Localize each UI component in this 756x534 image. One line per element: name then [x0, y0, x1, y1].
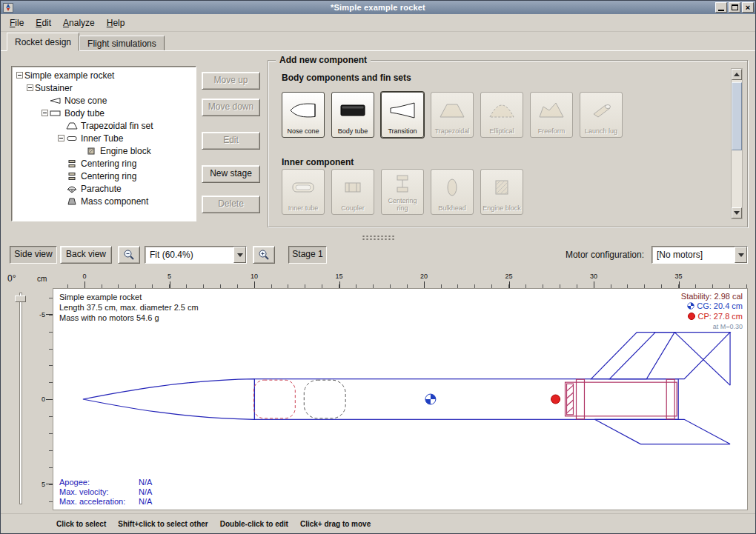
zoom-out-button[interactable] [118, 246, 140, 264]
add-inner-tube-button[interactable]: Inner tube [282, 169, 325, 215]
centering-ring-front-outline[interactable] [576, 379, 584, 419]
minimize-button[interactable] [715, 2, 727, 13]
fin-bottom-outline[interactable] [594, 419, 730, 444]
tree-item-rocket[interactable]: Simple example rocket [12, 69, 196, 81]
add-body-tube-label: Body tube [338, 127, 368, 135]
add-trapezoidal-fin-button[interactable]: Trapezoidal [431, 92, 474, 138]
stage-1-toggle[interactable]: Stage 1 [288, 246, 327, 264]
titlebar[interactable]: *Simple example rocket × [1, 1, 755, 14]
max-velocity-label: Max. velocity: [59, 487, 139, 497]
tab-flight-simulations[interactable]: Flight simulations [79, 36, 165, 51]
tree-expander-icon[interactable] [27, 84, 33, 91]
back-view-button[interactable]: Back view [60, 246, 112, 264]
max-acceleration-label: Max. acceleration: [59, 497, 139, 507]
scroll-up-button[interactable] [732, 69, 742, 80]
zoom-level-select[interactable]: Fit (60.4%) [145, 246, 247, 264]
inner-tube-icon [66, 134, 78, 143]
motor-configuration-select[interactable]: [No motors] [651, 246, 748, 264]
add-centering-ring-button[interactable]: Centering ring [381, 169, 424, 215]
tree-item-fin-set[interactable]: Trapezoidal fin set [12, 119, 196, 132]
mass-component-outline[interactable] [304, 380, 345, 418]
menu-edit[interactable]: Edit [30, 16, 57, 30]
delete-button[interactable]: Delete [202, 196, 260, 213]
move-down-button[interactable]: Move down [202, 99, 260, 116]
tree-item-centering-ring-2[interactable]: Centering ring [12, 170, 196, 182]
motor-configuration-dropdown-button[interactable] [735, 247, 747, 263]
expander-slot [15, 72, 24, 79]
tree-item-label: Inner Tube [81, 133, 123, 144]
apogee-label: Apogee: [59, 478, 139, 487]
tree-expander-icon[interactable] [16, 72, 23, 79]
body-tube-shape-icon [338, 93, 368, 127]
cg-marker[interactable] [425, 394, 436, 404]
tree-item-engine-block[interactable]: Engine block [12, 144, 196, 157]
rotation-slider-track[interactable] [19, 293, 22, 504]
menu-file[interactable]: File [4, 16, 30, 30]
tab-rocket-design[interactable]: Rocket design [7, 33, 79, 51]
view-toolbar: Side view Back view Fit (60.4%) Stage 1 … [1, 241, 755, 269]
rocket-info-dimensions: Length 37.5 cm, max. diameter 2.5 cm [59, 302, 199, 313]
fin-projected-outline[interactable] [609, 333, 730, 379]
mach-condition: at M=0.30 [681, 322, 743, 332]
close-icon: × [746, 4, 750, 11]
add-coupler-button[interactable]: Coupler [331, 169, 374, 215]
hint-click-drag: Click+ drag to move [300, 520, 371, 528]
edit-button[interactable]: Edit [202, 132, 260, 150]
freeform-fin-shape-icon [537, 93, 566, 127]
body-tube-icon [50, 109, 62, 118]
zoom-in-button[interactable] [253, 246, 275, 264]
scroll-down-button[interactable] [732, 207, 742, 218]
component-tree[interactable]: Simple example rocket Sustainer Nose con… [11, 66, 196, 221]
component-panel-scrollbar[interactable] [731, 68, 743, 219]
fin-set-icon [66, 121, 78, 130]
parachute-outline[interactable] [253, 380, 295, 418]
inner-tube-outline[interactable] [566, 382, 677, 416]
close-button[interactable]: × [742, 2, 754, 13]
add-coupler-label: Coupler [341, 204, 365, 212]
add-transition-button[interactable]: Transition [381, 92, 424, 138]
cp-marker[interactable] [551, 395, 560, 404]
move-up-button[interactable]: Move up [202, 72, 260, 90]
add-bulkhead-button[interactable]: Bulkhead [431, 169, 474, 215]
body-components-row: Nose cone Body tube Transition Trapezoid… [282, 92, 623, 138]
maximize-button[interactable] [729, 2, 740, 13]
side-view-button[interactable]: Side view [10, 246, 57, 264]
tree-item-parachute[interactable]: Parachute [12, 182, 196, 195]
rotation-angle-label: 0° [7, 273, 16, 284]
add-nose-cone-button[interactable]: Nose cone [282, 92, 325, 138]
tree-item-inner-tube[interactable]: Inner Tube [12, 132, 196, 144]
tree-item-nose-cone[interactable]: Nose cone [12, 94, 196, 107]
engine-block-hatch [567, 385, 574, 413]
tree-item-label: Nose cone [64, 96, 107, 106]
tab-strip: Rocket design Flight simulations [1, 32, 755, 51]
add-freeform-fin-button[interactable]: Freeform [530, 92, 573, 138]
zoom-level-dropdown-button[interactable] [233, 247, 246, 263]
rotation-slider-handle[interactable] [15, 296, 26, 302]
body-tube-outline[interactable] [254, 379, 678, 420]
nose-cone-outline[interactable] [83, 379, 255, 420]
centering-ring-aft-outline[interactable] [666, 379, 674, 419]
transition-shape-icon [388, 93, 417, 127]
menu-analyze[interactable]: Analyze [57, 16, 101, 30]
menu-help[interactable]: Help [101, 16, 131, 30]
expander-slot [56, 135, 66, 141]
design-panel: Simple example rocket Sustainer Nose con… [1, 51, 755, 233]
tree-expander-icon[interactable] [42, 110, 48, 116]
v-ruler-tick: 5 [42, 481, 45, 488]
scrollbar-thumb[interactable] [732, 82, 742, 150]
new-stage-button[interactable]: New stage [202, 165, 260, 183]
rocket-canvas[interactable]: Simple example rocket Length 37.5 cm, ma… [53, 288, 748, 510]
tree-item-mass-component[interactable]: Mass component [12, 195, 196, 207]
splitter-handle[interactable] [1, 233, 755, 241]
tree-item-sustainer[interactable]: Sustainer [12, 81, 196, 94]
inner-tube-shape-icon [288, 170, 318, 204]
add-elliptical-fin-button[interactable]: Elliptical [480, 92, 523, 138]
add-body-tube-button[interactable]: Body tube [331, 92, 374, 138]
tree-expander-icon[interactable] [58, 135, 64, 141]
tree-item-centering-ring-1[interactable]: Centering ring [12, 157, 196, 170]
minimize-icon [718, 10, 724, 11]
add-launch-lug-button[interactable]: Launch lug [580, 92, 623, 138]
tree-item-body-tube[interactable]: Body tube [12, 107, 196, 119]
add-engine-block-button[interactable]: Engine block [480, 169, 523, 215]
h-ruler-tick: 35 [674, 273, 682, 280]
